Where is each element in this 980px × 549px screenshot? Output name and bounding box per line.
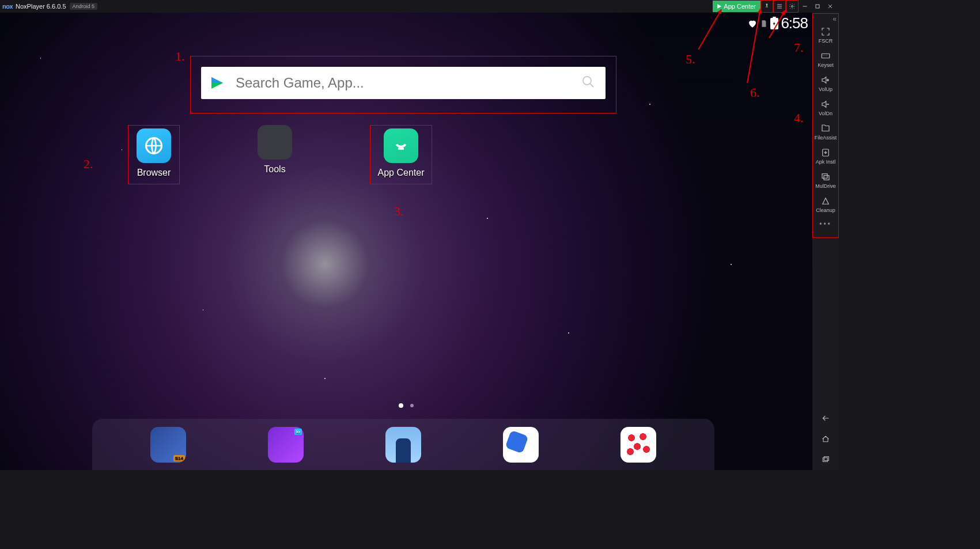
annotation: 5. xyxy=(686,52,695,67)
game-icon xyxy=(385,427,421,463)
app-center-app[interactable]: App Center xyxy=(370,125,432,184)
svg-rect-8 xyxy=(823,458,827,462)
dock-label: aquapark.io xyxy=(498,468,543,470)
svg-point-0 xyxy=(792,6,793,7)
annotation: 1. xyxy=(175,49,185,64)
dock-label: Mr Bullet - Spy Puzzles xyxy=(358,468,448,470)
svg-rect-1 xyxy=(816,5,819,8)
search-icon[interactable] xyxy=(581,75,595,91)
dock-app-4[interactable]: Crowd City xyxy=(587,427,690,470)
search-bar[interactable] xyxy=(201,67,606,99)
dock-label: Crowd City xyxy=(617,468,659,470)
browser-label: Browser xyxy=(137,168,171,178)
search-input[interactable] xyxy=(236,75,572,91)
dock: Mobile Legends: Bang Ba.. AXES.io Mr Bul… xyxy=(92,419,714,470)
maximize-button[interactable] xyxy=(811,0,824,13)
play-store-icon xyxy=(211,75,226,90)
page-indicator[interactable] xyxy=(399,403,414,408)
annotation: 2. xyxy=(84,157,93,172)
app-center-icon xyxy=(384,128,418,163)
title-bar: nox NoxPlayer 6.6.0.5 Android 5 App Cent… xyxy=(0,0,839,13)
svg-point-2 xyxy=(583,77,591,85)
tools-label: Tools xyxy=(264,164,285,175)
emulator-screen: 6:58 Browser Tools App Center Mobile Leg… xyxy=(0,13,812,470)
svg-rect-9 xyxy=(824,457,828,461)
page-dot-active xyxy=(399,403,403,408)
search-area xyxy=(190,56,616,113)
dock-app-1[interactable]: AXES.io xyxy=(234,427,338,470)
android-recents-button[interactable] xyxy=(812,449,839,470)
settings-button[interactable] xyxy=(786,0,799,13)
dock-label: AXES.io xyxy=(270,468,302,470)
annotation-outline xyxy=(812,13,839,238)
tools-folder[interactable]: Tools xyxy=(249,125,301,184)
dock-label: Mobile Legends: Bang Ba.. xyxy=(116,468,220,470)
app-center-label: App Center xyxy=(378,168,425,178)
clock: 6:58 xyxy=(781,14,808,32)
dock-app-0[interactable]: Mobile Legends: Bang Ba.. xyxy=(116,427,220,470)
app-center-label: App Center xyxy=(724,3,756,10)
annotation: 3. xyxy=(394,204,404,219)
minimize-button[interactable] xyxy=(799,0,811,13)
android-version-badge: Android 5 xyxy=(70,3,98,10)
browser-app[interactable]: Browser xyxy=(128,125,180,184)
game-icon xyxy=(620,427,656,463)
dock-app-2[interactable]: Mr Bullet - Spy Puzzles xyxy=(351,427,455,470)
annotation: 7. xyxy=(794,40,804,55)
android-home-button[interactable] xyxy=(812,429,839,449)
dock-app-3[interactable]: aquapark.io xyxy=(469,427,573,470)
game-icon xyxy=(150,427,186,463)
game-icon xyxy=(503,427,539,463)
android-back-button[interactable] xyxy=(812,408,839,429)
close-button[interactable] xyxy=(824,0,837,13)
window-title: NoxPlayer 6.6.0.5 xyxy=(16,3,66,10)
annotation: 6. xyxy=(750,85,760,100)
sim-icon xyxy=(760,18,768,29)
app-logo: nox xyxy=(2,3,13,10)
tools-folder-icon xyxy=(258,125,292,160)
browser-icon xyxy=(137,128,171,163)
theme-button[interactable] xyxy=(760,0,773,13)
home-icons-row: Browser Tools App Center xyxy=(128,125,432,184)
game-icon xyxy=(268,427,304,463)
annotation: 4. xyxy=(794,111,804,126)
page-dot xyxy=(410,404,414,407)
